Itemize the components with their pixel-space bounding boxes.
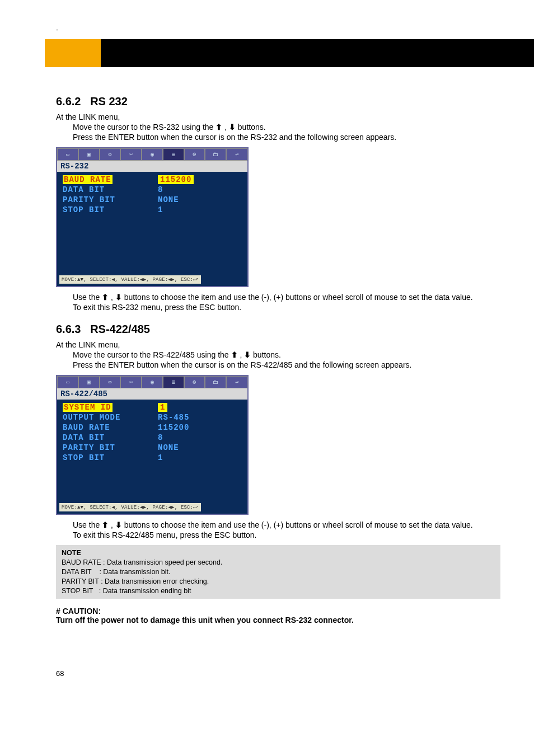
page-header: -	[0, 28, 534, 67]
rs422-step1: Move the cursor to the RS-422/485 using …	[73, 350, 500, 359]
note-box: NOTE BAUD RATE : Data transmission speed…	[56, 545, 500, 599]
osd-value: 115200	[158, 423, 189, 432]
note-line: STOP BIT : Data transmission ending bit	[62, 586, 495, 596]
osd-tab[interactable]: ◉	[142, 148, 163, 161]
osd-row[interactable]: STOP BIT 1	[63, 205, 242, 214]
osd-body: BAUD RATE 115200 DATA BIT 8 PARITY BIT N…	[57, 172, 247, 286]
osd-tab[interactable]: ▭	[57, 148, 78, 161]
osd-value-selected: 115200	[158, 175, 194, 184]
osd-row[interactable]: DATA BIT 8	[63, 185, 242, 194]
osd-label: PARITY BIT	[63, 443, 158, 452]
osd-tab-selected[interactable]: ≣	[163, 376, 184, 388]
header-dash: -	[56, 25, 58, 34]
osd-value: NONE	[158, 195, 179, 204]
text: Move the cursor to the RS-232 using the	[73, 123, 216, 132]
down-arrow-icon: ⬇	[115, 520, 122, 529]
text: Use the	[73, 293, 102, 302]
osd-tab[interactable]: ↩	[226, 376, 247, 388]
text: Move the cursor to the RS-422/485 using …	[73, 350, 231, 359]
text: buttons to choose the item and use the (…	[122, 293, 473, 302]
up-arrow-icon: ⬆	[102, 520, 109, 529]
text: ,	[109, 293, 115, 302]
osd-rs422-panel: ▭ ▣ ∞ ✂ ◉ ≣ ⚙ 🗀 ↩ RS-422/485 SYSTEM ID 1…	[56, 375, 249, 515]
down-arrow-icon: ⬇	[115, 293, 122, 302]
osd-body: SYSTEM ID 1 OUTPUT MODE RS-485 BAUD RATE…	[57, 400, 247, 514]
osd-label: DATA BIT	[63, 185, 158, 194]
osd-row[interactable]: SYSTEM ID 1	[63, 403, 242, 412]
osd-title: RS-232	[57, 161, 247, 172]
osd-tab-row: ▭ ▣ ∞ ✂ ◉ ≣ ⚙ 🗀 ↩	[57, 148, 247, 161]
down-arrow-icon: ⬇	[244, 350, 251, 359]
rs232-after2: To exit this RS-232 menu, press the ESC …	[73, 303, 500, 312]
section-title: RS-422/485	[90, 323, 150, 335]
osd-label: PARITY BIT	[63, 195, 158, 204]
down-arrow-icon: ⬇	[229, 123, 236, 132]
osd-value: 8	[158, 433, 163, 442]
osd-tab-row: ▭ ▣ ∞ ✂ ◉ ≣ ⚙ 🗀 ↩	[57, 376, 247, 388]
osd-tab[interactable]: 🗀	[205, 148, 226, 161]
osd-tab[interactable]: ⚙	[184, 148, 205, 161]
up-arrow-icon: ⬆	[216, 123, 222, 132]
text: ,	[222, 123, 229, 132]
osd-tab[interactable]: ↩	[226, 148, 247, 161]
note-title: NOTE	[62, 548, 495, 558]
osd-tab[interactable]: 🗀	[205, 376, 226, 388]
osd-status-bar: MOVE:▲▼, SELECT:◀, VALUE:◀▶, PAGE:◀▶, ES…	[59, 503, 201, 511]
osd-row[interactable]: PARITY BIT NONE	[63, 443, 242, 452]
osd-label: OUTPUT MODE	[63, 413, 158, 422]
rs422-after1: Use the ⬆ , ⬇ buttons to choose the item…	[73, 520, 500, 529]
osd-label-selected: BAUD RATE	[63, 175, 113, 184]
section-heading-rs422: 6.6.3 RS-422/485	[56, 323, 500, 336]
osd-tab[interactable]: ∞	[100, 148, 121, 161]
caution-text: Turn off the power not to damage this un…	[56, 616, 500, 624]
osd-value: NONE	[158, 443, 179, 452]
text: ,	[238, 350, 245, 359]
note-line: DATA BIT : Data transmission bit.	[62, 567, 495, 577]
rs232-lead: At the LINK menu,	[56, 112, 500, 121]
osd-tab[interactable]: ▭	[57, 376, 78, 388]
rs232-step2: Press the ENTER button when the cursor i…	[73, 133, 500, 142]
osd-row[interactable]: PARITY BIT NONE	[63, 195, 242, 204]
osd-value: 8	[158, 185, 163, 194]
osd-row[interactable]: OUTPUT MODE RS-485	[63, 413, 242, 422]
osd-label: DATA BIT	[63, 433, 158, 442]
osd-tab[interactable]: ✂	[120, 376, 142, 388]
osd-rs232-panel: ▭ ▣ ∞ ✂ ◉ ≣ ⚙ 🗀 ↩ RS-232 BAUD RATE 11520…	[56, 147, 249, 287]
osd-row[interactable]: DATA BIT 8	[63, 433, 242, 442]
up-arrow-icon: ⬆	[231, 350, 238, 359]
osd-tab[interactable]: ∞	[100, 376, 121, 388]
osd-title: RS-422/485	[57, 388, 247, 400]
text: Use the	[73, 520, 102, 529]
text: ,	[109, 520, 115, 529]
osd-row[interactable]: BAUD RATE 115200	[63, 423, 242, 432]
section-number: 6.6.2	[56, 95, 81, 107]
rs232-after1: Use the ⬆ , ⬇ buttons to choose the item…	[73, 293, 500, 302]
rs422-after2: To exit this RS-422/485 menu, press the …	[73, 530, 500, 539]
osd-tab[interactable]: ▣	[78, 376, 100, 388]
osd-tab[interactable]: ⚙	[184, 376, 205, 388]
header-black-block	[101, 39, 534, 67]
osd-tab[interactable]: ✂	[120, 148, 142, 161]
rs232-step1: Move the cursor to the RS-232 using the …	[73, 123, 500, 132]
osd-tab-selected[interactable]: ≣	[163, 148, 184, 161]
page-number: 68	[56, 669, 500, 678]
osd-label: STOP BIT	[63, 205, 158, 214]
section-heading-rs232: 6.6.2 RS 232	[56, 95, 500, 108]
header-orange-block	[45, 39, 101, 67]
osd-label: STOP BIT	[63, 453, 158, 462]
text: buttons.	[251, 350, 281, 359]
osd-tab[interactable]: ◉	[142, 376, 163, 388]
osd-tab[interactable]: ▣	[78, 148, 100, 161]
caution-title: # CAUTION:	[56, 607, 500, 616]
osd-status-bar: MOVE:▲▼, SELECT:◀, VALUE:◀▶, PAGE:◀▶, ES…	[59, 275, 201, 284]
osd-value-selected: 1	[158, 403, 167, 412]
section-title: RS 232	[90, 95, 128, 107]
osd-row[interactable]: STOP BIT 1	[63, 453, 242, 462]
up-arrow-icon: ⬆	[102, 293, 109, 302]
osd-row[interactable]: BAUD RATE 115200	[63, 175, 242, 184]
osd-value: RS-485	[158, 413, 189, 422]
page-content: 6.6.2 RS 232 At the LINK menu, Move the …	[0, 67, 534, 694]
note-line: PARITY BIT : Data transmission error che…	[62, 577, 495, 586]
text: buttons.	[236, 123, 266, 132]
rs422-lead: At the LINK menu,	[56, 340, 500, 349]
